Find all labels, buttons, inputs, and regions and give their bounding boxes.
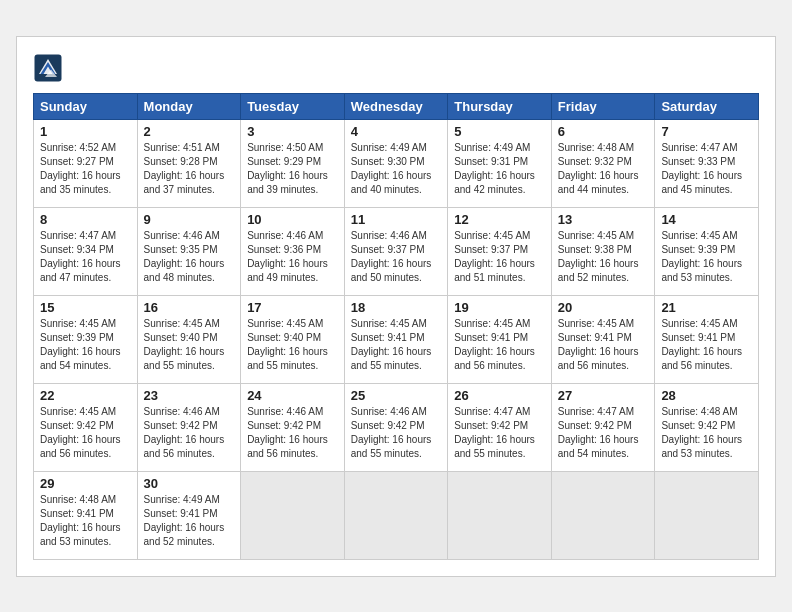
daylight-label: Daylight: 16 hours and 44 minutes. [558, 170, 639, 195]
sunrise-label: Sunrise: 4:46 AM [247, 230, 323, 241]
sunset-label: Sunset: 9:42 PM [144, 420, 218, 431]
day-number: 1 [40, 124, 131, 139]
day-info: Sunrise: 4:46 AM Sunset: 9:37 PM Dayligh… [351, 229, 442, 285]
calendar-cell: 20 Sunrise: 4:45 AM Sunset: 9:41 PM Dayl… [551, 295, 655, 383]
sunset-label: Sunset: 9:41 PM [144, 508, 218, 519]
daylight-label: Daylight: 16 hours and 52 minutes. [558, 258, 639, 283]
day-number: 24 [247, 388, 338, 403]
calendar-body: 1 Sunrise: 4:52 AM Sunset: 9:27 PM Dayli… [34, 119, 759, 559]
calendar-cell: 29 Sunrise: 4:48 AM Sunset: 9:41 PM Dayl… [34, 471, 138, 559]
daylight-label: Daylight: 16 hours and 55 minutes. [247, 346, 328, 371]
sunset-label: Sunset: 9:35 PM [144, 244, 218, 255]
calendar-cell: 6 Sunrise: 4:48 AM Sunset: 9:32 PM Dayli… [551, 119, 655, 207]
calendar-cell: 15 Sunrise: 4:45 AM Sunset: 9:39 PM Dayl… [34, 295, 138, 383]
sunrise-label: Sunrise: 4:52 AM [40, 142, 116, 153]
col-friday: Friday [551, 93, 655, 119]
calendar-cell: 4 Sunrise: 4:49 AM Sunset: 9:30 PM Dayli… [344, 119, 448, 207]
calendar-cell: 28 Sunrise: 4:48 AM Sunset: 9:42 PM Dayl… [655, 383, 759, 471]
day-number: 3 [247, 124, 338, 139]
sunrise-label: Sunrise: 4:48 AM [40, 494, 116, 505]
daylight-label: Daylight: 16 hours and 55 minutes. [351, 434, 432, 459]
sunset-label: Sunset: 9:36 PM [247, 244, 321, 255]
calendar-cell: 12 Sunrise: 4:45 AM Sunset: 9:37 PM Dayl… [448, 207, 552, 295]
day-info: Sunrise: 4:51 AM Sunset: 9:28 PM Dayligh… [144, 141, 235, 197]
day-info: Sunrise: 4:45 AM Sunset: 9:41 PM Dayligh… [661, 317, 752, 373]
sunset-label: Sunset: 9:32 PM [558, 156, 632, 167]
col-thursday: Thursday [448, 93, 552, 119]
sunrise-label: Sunrise: 4:45 AM [454, 318, 530, 329]
daylight-label: Daylight: 16 hours and 56 minutes. [558, 346, 639, 371]
sunset-label: Sunset: 9:42 PM [454, 420, 528, 431]
day-info: Sunrise: 4:47 AM Sunset: 9:34 PM Dayligh… [40, 229, 131, 285]
sunset-label: Sunset: 9:42 PM [558, 420, 632, 431]
day-number: 13 [558, 212, 649, 227]
day-info: Sunrise: 4:46 AM Sunset: 9:42 PM Dayligh… [144, 405, 235, 461]
day-number: 26 [454, 388, 545, 403]
sunrise-label: Sunrise: 4:46 AM [144, 406, 220, 417]
sunrise-label: Sunrise: 4:46 AM [144, 230, 220, 241]
sunset-label: Sunset: 9:42 PM [351, 420, 425, 431]
sunset-label: Sunset: 9:29 PM [247, 156, 321, 167]
calendar-cell: 2 Sunrise: 4:51 AM Sunset: 9:28 PM Dayli… [137, 119, 241, 207]
day-info: Sunrise: 4:45 AM Sunset: 9:41 PM Dayligh… [454, 317, 545, 373]
daylight-label: Daylight: 16 hours and 52 minutes. [144, 522, 225, 547]
day-info: Sunrise: 4:46 AM Sunset: 9:42 PM Dayligh… [247, 405, 338, 461]
week-row-5: 29 Sunrise: 4:48 AM Sunset: 9:41 PM Dayl… [34, 471, 759, 559]
day-number: 17 [247, 300, 338, 315]
calendar-cell: 22 Sunrise: 4:45 AM Sunset: 9:42 PM Dayl… [34, 383, 138, 471]
col-monday: Monday [137, 93, 241, 119]
calendar-cell: 27 Sunrise: 4:47 AM Sunset: 9:42 PM Dayl… [551, 383, 655, 471]
day-info: Sunrise: 4:46 AM Sunset: 9:36 PM Dayligh… [247, 229, 338, 285]
day-number: 2 [144, 124, 235, 139]
calendar-cell: 18 Sunrise: 4:45 AM Sunset: 9:41 PM Dayl… [344, 295, 448, 383]
col-sunday: Sunday [34, 93, 138, 119]
sunset-label: Sunset: 9:42 PM [40, 420, 114, 431]
day-number: 10 [247, 212, 338, 227]
calendar-cell: 9 Sunrise: 4:46 AM Sunset: 9:35 PM Dayli… [137, 207, 241, 295]
sunrise-label: Sunrise: 4:45 AM [40, 318, 116, 329]
logo [33, 53, 67, 83]
col-wednesday: Wednesday [344, 93, 448, 119]
day-number: 20 [558, 300, 649, 315]
day-number: 11 [351, 212, 442, 227]
daylight-label: Daylight: 16 hours and 55 minutes. [351, 346, 432, 371]
day-info: Sunrise: 4:49 AM Sunset: 9:30 PM Dayligh… [351, 141, 442, 197]
sunset-label: Sunset: 9:41 PM [661, 332, 735, 343]
sunset-label: Sunset: 9:31 PM [454, 156, 528, 167]
day-info: Sunrise: 4:47 AM Sunset: 9:33 PM Dayligh… [661, 141, 752, 197]
sunset-label: Sunset: 9:34 PM [40, 244, 114, 255]
calendar-cell: 10 Sunrise: 4:46 AM Sunset: 9:36 PM Dayl… [241, 207, 345, 295]
day-number: 6 [558, 124, 649, 139]
day-number: 23 [144, 388, 235, 403]
sunrise-label: Sunrise: 4:48 AM [558, 142, 634, 153]
day-number: 27 [558, 388, 649, 403]
sunrise-label: Sunrise: 4:45 AM [454, 230, 530, 241]
daylight-label: Daylight: 16 hours and 53 minutes. [661, 258, 742, 283]
sunrise-label: Sunrise: 4:48 AM [661, 406, 737, 417]
sunset-label: Sunset: 9:41 PM [40, 508, 114, 519]
calendar-cell: 23 Sunrise: 4:46 AM Sunset: 9:42 PM Dayl… [137, 383, 241, 471]
day-info: Sunrise: 4:46 AM Sunset: 9:35 PM Dayligh… [144, 229, 235, 285]
calendar-cell [655, 471, 759, 559]
sunrise-label: Sunrise: 4:49 AM [454, 142, 530, 153]
sunrise-label: Sunrise: 4:45 AM [558, 318, 634, 329]
daylight-label: Daylight: 16 hours and 35 minutes. [40, 170, 121, 195]
daylight-label: Daylight: 16 hours and 54 minutes. [558, 434, 639, 459]
calendar-cell: 16 Sunrise: 4:45 AM Sunset: 9:40 PM Dayl… [137, 295, 241, 383]
sunset-label: Sunset: 9:37 PM [351, 244, 425, 255]
daylight-label: Daylight: 16 hours and 49 minutes. [247, 258, 328, 283]
sunset-label: Sunset: 9:42 PM [247, 420, 321, 431]
day-number: 16 [144, 300, 235, 315]
daylight-label: Daylight: 16 hours and 55 minutes. [454, 434, 535, 459]
day-number: 15 [40, 300, 131, 315]
day-number: 19 [454, 300, 545, 315]
sunrise-label: Sunrise: 4:47 AM [454, 406, 530, 417]
calendar-cell [551, 471, 655, 559]
calendar-header [33, 53, 759, 83]
day-info: Sunrise: 4:49 AM Sunset: 9:41 PM Dayligh… [144, 493, 235, 549]
day-info: Sunrise: 4:47 AM Sunset: 9:42 PM Dayligh… [558, 405, 649, 461]
sunset-label: Sunset: 9:39 PM [40, 332, 114, 343]
daylight-label: Daylight: 16 hours and 56 minutes. [40, 434, 121, 459]
sunrise-label: Sunrise: 4:45 AM [351, 318, 427, 329]
calendar-cell: 1 Sunrise: 4:52 AM Sunset: 9:27 PM Dayli… [34, 119, 138, 207]
